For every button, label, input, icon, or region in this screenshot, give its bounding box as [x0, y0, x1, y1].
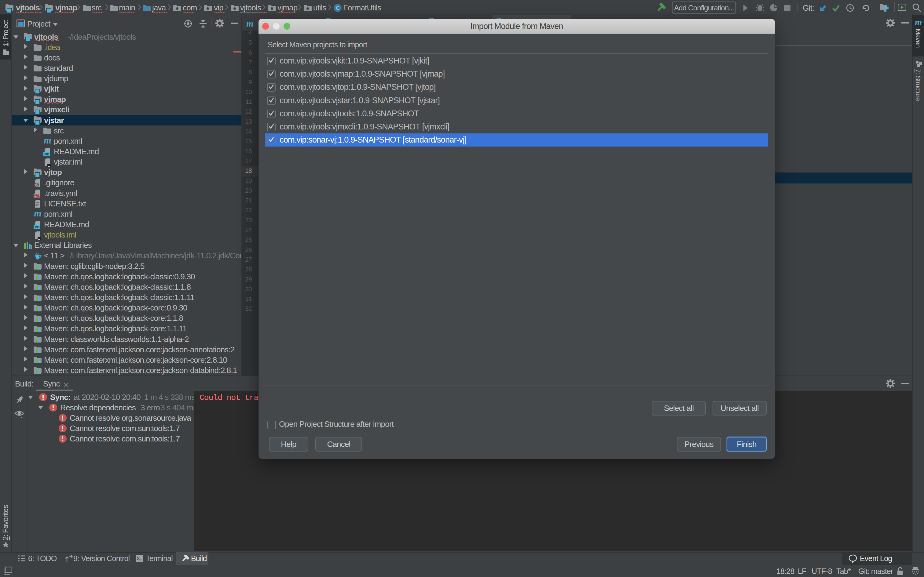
svg-text:MD: MD — [44, 152, 49, 156]
svg-text:YML: YML — [34, 194, 40, 198]
svg-text:MD: MD — [34, 225, 39, 229]
svg-text:C: C — [336, 5, 340, 11]
